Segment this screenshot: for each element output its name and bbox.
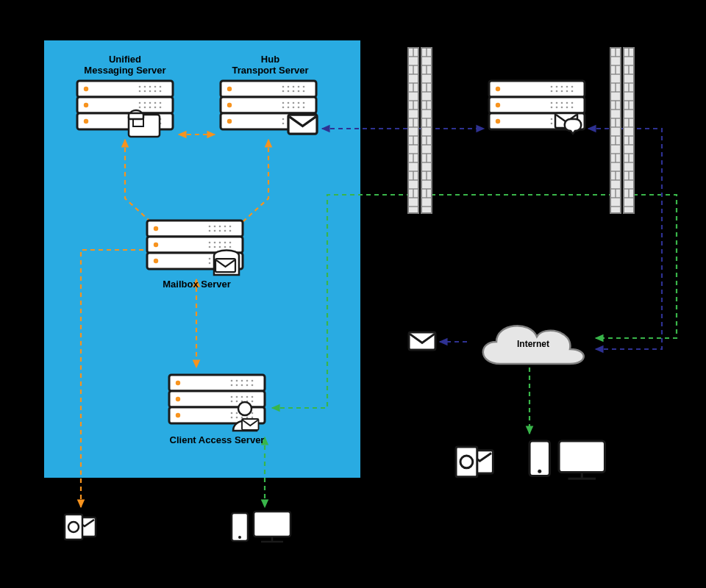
mailbox-server-label: Mailbox Server (147, 279, 246, 290)
diagram-svg (0, 0, 706, 588)
outlook-local-icon (65, 514, 96, 539)
svg-rect-81 (129, 113, 143, 119)
devices-local-icon (232, 512, 290, 542)
mailbox-server-icon (147, 220, 243, 275)
internet-label: Internet (507, 340, 559, 350)
edge-server-icon (489, 81, 585, 134)
um-server-label: UnifiedMessaging Server (81, 54, 169, 76)
firewall-inner-icon (408, 48, 432, 213)
firewall-outer-icon (610, 48, 634, 213)
diagram-stage: UnifiedMessaging Server HubTransport Ser… (0, 0, 706, 588)
hub-server-icon (221, 81, 317, 134)
cas-server-label: Client Access Server (158, 435, 276, 446)
um-server-icon (77, 81, 173, 137)
external-mail-icon (409, 332, 435, 350)
svg-rect-80 (133, 119, 143, 126)
hub-server-label: HubTransport Server (228, 54, 313, 76)
outlook-remote-icon (456, 447, 493, 477)
devices-remote-icon (530, 441, 605, 478)
svg-point-82 (238, 402, 252, 415)
cas-server-icon (169, 375, 265, 431)
